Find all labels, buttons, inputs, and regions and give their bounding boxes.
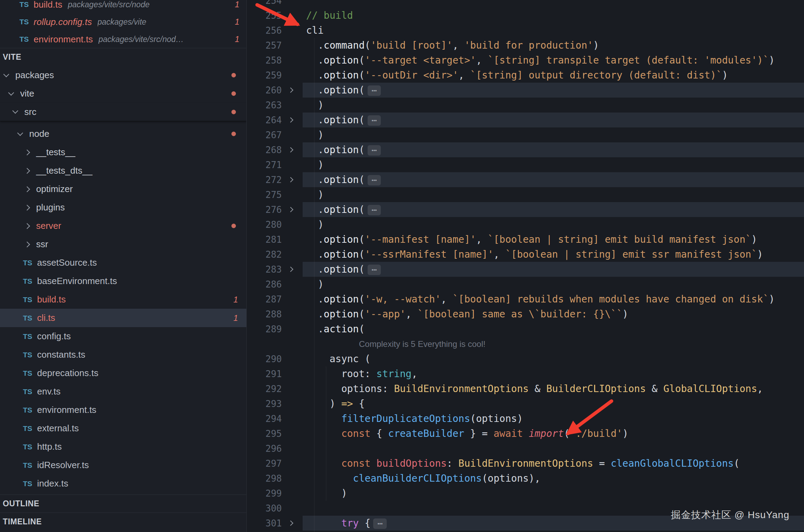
- editor-line[interactable]: 290 async (: [247, 351, 804, 366]
- file-name: constants.ts: [37, 349, 85, 360]
- code-token: `[boolean] same as \`builder: {}\``: [417, 308, 622, 320]
- editor-line[interactable]: 291 root: string,: [247, 366, 804, 381]
- editor-gutter: 298: [247, 473, 303, 484]
- tree-file-row[interactable]: TSindex.ts: [0, 474, 246, 493]
- editor-line[interactable]: 298 cleanBuilderCLIOptions(options),: [247, 471, 804, 486]
- folder-chevron-icon[interactable]: [4, 74, 15, 76]
- editor-line[interactable]: 282 .option('--ssrManifest [name]', `[bo…: [247, 247, 804, 262]
- folder-chevron-icon[interactable]: [25, 150, 36, 155]
- editor-line[interactable]: 276 .option(⋯: [247, 202, 804, 217]
- editor-line[interactable]: 259 .option('--outDir <dir>', `[string] …: [247, 68, 804, 83]
- section-header-timeline[interactable]: TIMELINE: [0, 513, 246, 531]
- tree-file-row[interactable]: TSconstants.ts: [0, 346, 246, 364]
- editor-line[interactable]: 258 .option('--target <target>', `[strin…: [247, 53, 804, 68]
- folder-chevron-icon[interactable]: [25, 242, 36, 247]
- editor-line[interactable]: 267 ): [247, 127, 804, 142]
- fold-ellipsis[interactable]: ⋯: [368, 145, 381, 156]
- editor-line[interactable]: 255// build: [247, 8, 804, 23]
- code-token: buildOptions: [376, 458, 446, 469]
- tree-file-row[interactable]: TSenvironment.ts: [0, 401, 246, 419]
- tree-folder-row[interactable]: packages: [0, 66, 246, 84]
- editor-line[interactable]: 256cli: [247, 23, 804, 38]
- editor-line[interactable]: 299 ): [247, 486, 804, 501]
- editor-line[interactable]: 287 .option('-w, --watch', `[boolean] re…: [247, 292, 804, 307]
- fold-ellipsis[interactable]: ⋯: [368, 175, 381, 185]
- editor-line[interactable]: 283 .option(⋯: [247, 262, 804, 277]
- folder-chevron-icon[interactable]: [9, 93, 20, 95]
- editor-line[interactable]: 268 .option(⋯: [247, 142, 804, 157]
- editor-line[interactable]: 260 .option(⋯: [247, 83, 804, 98]
- editor-line[interactable]: 286 ): [247, 277, 804, 292]
- editor-line[interactable]: 292 options: BuildEnvironmentOptions & B…: [247, 381, 804, 396]
- editor-line[interactable]: 263 ): [247, 98, 804, 113]
- fold-ellipsis[interactable]: ⋯: [368, 115, 381, 126]
- tree-file-row[interactable]: TScli.ts1: [0, 309, 246, 327]
- editor-line[interactable]: 257 .command('build [root]', 'build for …: [247, 38, 804, 53]
- tree-file-row[interactable]: TSassetSource.ts: [0, 253, 246, 272]
- editor-line[interactable]: 293 ) => {: [247, 396, 804, 411]
- fold-chevron-icon[interactable]: [282, 267, 299, 271]
- editor-line[interactable]: 271 ): [247, 157, 804, 172]
- tree-folder-row[interactable]: optimizer: [0, 180, 246, 198]
- tree-folder-row[interactable]: vite: [0, 84, 246, 103]
- code-text: try {⋯: [303, 517, 387, 529]
- tree-folder-row[interactable]: __tests__: [0, 143, 246, 161]
- section-header-outline[interactable]: OUTLINE: [0, 494, 246, 513]
- editor-line[interactable]: 272 .option(⋯: [247, 172, 804, 187]
- file-path: packages/vite: [98, 17, 231, 27]
- editor-line[interactable]: 288 .option('--app', `[boolean] same as …: [247, 307, 804, 322]
- tree-file-row[interactable]: TSbaseEnvironment.ts: [0, 272, 246, 290]
- code-token: ): [306, 189, 324, 200]
- tree-folder-row[interactable]: node: [0, 125, 246, 143]
- open-editor-item[interactable]: TSrollup.config.tspackages/vite1: [0, 13, 246, 31]
- tree-folder-row[interactable]: src: [0, 103, 246, 121]
- code-token: .: [306, 264, 324, 275]
- fold-ellipsis[interactable]: ⋯: [368, 205, 381, 215]
- fold-chevron-icon[interactable]: [282, 148, 299, 152]
- tree-file-row[interactable]: TSbuild.ts1: [0, 290, 246, 309]
- tree-file-row[interactable]: TSenv.ts: [0, 382, 246, 401]
- tree-file-row[interactable]: TSdeprecations.ts: [0, 364, 246, 382]
- line-number: 260: [247, 85, 282, 95]
- tree-file-row[interactable]: TSconfig.ts: [0, 327, 246, 346]
- code-token: '--outDir <dir>': [365, 69, 459, 81]
- fold-ellipsis[interactable]: ⋯: [368, 265, 381, 275]
- fold-ellipsis[interactable]: ⋯: [373, 518, 386, 529]
- folder-chevron-icon[interactable]: [25, 206, 36, 210]
- editor-line[interactable]: 281 .option('--manifest [name]', `[boole…: [247, 232, 804, 247]
- tree-file-row[interactable]: TSidResolver.ts: [0, 456, 246, 474]
- open-editor-item[interactable]: TSenvironment.tspackages/vite/src/nod…1: [0, 31, 246, 48]
- tree-folder-row[interactable]: server: [0, 217, 246, 235]
- editor-line[interactable]: 295 const { createBuilder } = await impo…: [247, 426, 804, 441]
- code-text: .command('build [root]', 'build for prod…: [303, 40, 599, 51]
- fold-chevron-icon[interactable]: [282, 118, 299, 122]
- folder-chevron-icon[interactable]: [13, 111, 24, 113]
- tree-file-row[interactable]: TSexternal.ts: [0, 419, 246, 438]
- editor-line[interactable]: 289 .action(: [247, 322, 804, 336]
- editor-line[interactable]: 275 ): [247, 187, 804, 202]
- tree-file-row[interactable]: TShttp.ts: [0, 438, 246, 456]
- fold-ellipsis[interactable]: ⋯: [368, 85, 381, 96]
- open-editor-item[interactable]: TSbuild.tspackages/vite/src/node1: [0, 0, 246, 13]
- fold-chevron-icon[interactable]: [282, 88, 299, 92]
- editor-line[interactable]: 254: [247, 0, 804, 8]
- folder-chevron-icon[interactable]: [25, 169, 36, 173]
- fold-chevron-icon[interactable]: [282, 521, 299, 525]
- tree-folder-row[interactable]: ssr: [0, 235, 246, 253]
- folder-chevron-icon[interactable]: [25, 224, 36, 228]
- tree-folder-row[interactable]: __tests_dts__: [0, 161, 246, 180]
- code-text: .option(⋯: [303, 204, 381, 215]
- editor-line[interactable]: 296: [247, 441, 804, 456]
- folder-chevron-icon[interactable]: [25, 187, 36, 191]
- code-editor[interactable]: 254255// build256cli257 .command('build …: [247, 0, 804, 532]
- section-header-vite[interactable]: VITE: [0, 48, 246, 66]
- folder-chevron-icon[interactable]: [18, 133, 29, 135]
- code-token: cli: [306, 25, 324, 36]
- editor-line[interactable]: 280 ): [247, 217, 804, 232]
- editor-line[interactable]: 297 const buildOptions: BuildEnvironment…: [247, 456, 804, 471]
- fold-chevron-icon[interactable]: [282, 208, 299, 211]
- editor-line[interactable]: 294 filterDuplicateOptions(options): [247, 411, 804, 426]
- tree-folder-row[interactable]: plugins: [0, 198, 246, 217]
- editor-line[interactable]: 264 .option(⋯: [247, 113, 804, 127]
- fold-chevron-icon[interactable]: [282, 178, 299, 182]
